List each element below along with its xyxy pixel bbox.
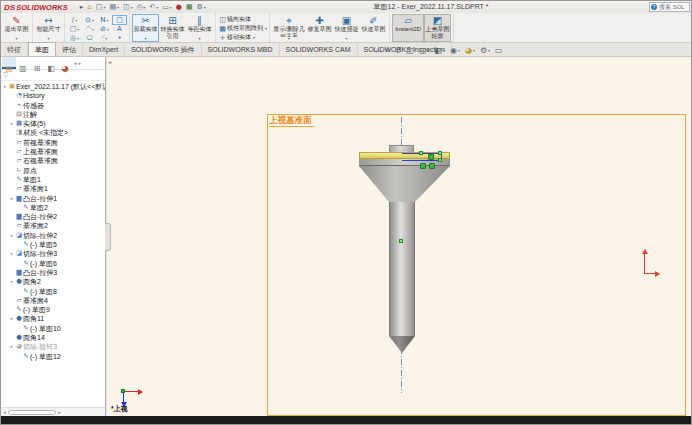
polygon-tool[interactable]: ⎔ — [82, 33, 97, 43]
trim-entities-button[interactable]: ✂剪裁实体▾ — [132, 14, 159, 42]
tree-item[interactable]: ⌖传感器 — [1, 101, 105, 110]
rapid-sketch-button[interactable]: ✐快速草图 — [360, 14, 387, 42]
tree-item[interactable]: ▱基准面2 — [1, 221, 105, 230]
select-icon[interactable]: ▭▾ — [162, 2, 172, 12]
propertymanager-tab[interactable]: ▥ — [16, 57, 30, 69]
sketch-point[interactable] — [399, 239, 403, 243]
tree-item[interactable]: ▆凸台-拉伸2 — [1, 212, 105, 221]
sketch-fillet-tool[interactable]: ◜▾ — [97, 33, 112, 43]
tree-item[interactable]: ∟原点 — [1, 166, 105, 175]
convert-entities-button[interactable]: ⊞转换实体引用 — [159, 14, 186, 42]
scroll-left-icon[interactable]: ◂ — [1, 409, 8, 415]
sketch-relation-badge[interactable] — [429, 163, 435, 169]
tree-item[interactable]: ✎草图2 — [1, 203, 105, 212]
help-icon[interactable]: ? — [651, 4, 657, 10]
flyout-arrow-icon[interactable]: ▸ — [80, 2, 84, 12]
sketch-relation-badge[interactable] — [428, 154, 434, 160]
open-file-icon[interactable]: ▤▾ — [109, 2, 119, 12]
panel-tabs-scroll-right-icon[interactable]: ▸ — [79, 60, 82, 66]
section-view-icon[interactable]: ◫ — [406, 45, 414, 56]
tab-dimxpert[interactable]: DimXpert — [83, 43, 125, 56]
sketch-point[interactable] — [438, 158, 442, 162]
tree-item[interactable]: ◔History — [1, 91, 105, 100]
valve-stem-face[interactable] — [389, 202, 415, 336]
edit-appearance-icon[interactable]: ◕▾ — [465, 45, 475, 56]
panel-splitter-handle[interactable] — [105, 223, 111, 251]
undo-icon[interactable]: ↶▾ — [149, 2, 158, 12]
quick-snaps-button[interactable]: ▣快速捕捉▾ — [333, 14, 360, 42]
sketch-relation-badge[interactable] — [420, 163, 426, 169]
tab-evaluate[interactable]: 评估 — [56, 43, 83, 56]
repair-sketch-button[interactable]: ✚修复草图 — [306, 14, 333, 42]
tree-item[interactable]: ✎(-) 草图6 — [1, 259, 105, 268]
mirror-entities-button[interactable]: ◫镜向实体 — [218, 15, 251, 24]
tree-item[interactable]: ▸▆凸台-拉伸1 — [1, 194, 105, 203]
tree-item[interactable]: ▱前视基准面 — [1, 138, 105, 147]
scrollbar-thumb[interactable] — [8, 410, 56, 415]
featuremanager-tree-tab[interactable]: ▤ — [2, 57, 16, 69]
tree-item[interactable]: ▱上视基准面 — [1, 147, 105, 156]
tree-item[interactable]: ◨材质 <未指定> — [1, 128, 105, 137]
displaymanager-tab[interactable]: ◕ — [58, 57, 72, 69]
point-tool[interactable]: • — [112, 33, 127, 43]
tree-item[interactable]: ▸●圆角2 — [1, 277, 105, 286]
tab-sketch[interactable]: 草图 — [28, 42, 56, 56]
tree-item[interactable]: ▸◪切除-拉伸2 — [1, 231, 105, 240]
options-icon[interactable]: ⚙▾ — [197, 2, 206, 12]
search-input[interactable]: ? 搜索 SOL — [649, 2, 690, 12]
tree-item[interactable]: ●圆角14 — [1, 333, 105, 342]
home-icon[interactable]: ⌂ — [87, 2, 91, 12]
appearance-icon[interactable]: ▦ — [186, 2, 193, 12]
configurationmanager-tab[interactable]: ⊞ — [30, 57, 44, 69]
tree-item[interactable]: ✎(-) 草图8 — [1, 287, 105, 296]
tree-item[interactable]: ▸◕切除-旋转3 — [1, 342, 105, 351]
linear-sketch-pattern-button[interactable]: ▦线性草图阵列▾ — [218, 24, 267, 33]
offset-entities-button[interactable]: ∥等距实体▾ — [186, 14, 213, 42]
tree-item[interactable]: ▱右视基准面 — [1, 156, 105, 165]
comment-icon[interactable]: ▭ — [495, 45, 503, 56]
zoom-to-fit-icon[interactable]: ⌕ — [376, 45, 380, 56]
display-delete-relations-button[interactable]: ⌖显示/删除几何关系▾ — [272, 14, 306, 42]
tree-item[interactable]: ▸▣Exer_2022.11.17 (默认<<默认>_显示状态 — [1, 82, 105, 91]
tab-solidworks-cam[interactable]: SOLIDWORKS CAM — [280, 43, 358, 56]
smart-dimension-button[interactable]: ↔智能尺寸▾ — [35, 14, 62, 42]
graphics-viewport[interactable]: ◂ 上视基准面 *上视 — [107, 57, 691, 416]
rebuild-icon[interactable]: ● — [176, 2, 182, 12]
dimxpertmanager-tab[interactable]: ◧ — [44, 57, 58, 69]
instant2d-button[interactable]: ▱Instant2D — [392, 14, 424, 42]
tree-horizontal-scrollbar[interactable]: ◂ ▸ — [1, 407, 105, 416]
tree-item[interactable]: ▤注解 — [1, 110, 105, 119]
slot-tool[interactable]: ◎▾ — [67, 33, 82, 43]
tab-features[interactable]: 特征 — [1, 43, 28, 56]
scroll-right-icon[interactable]: ▸ — [56, 409, 63, 415]
tree-item[interactable]: ▸▦实体(5) — [1, 119, 105, 128]
sketch-point[interactable] — [438, 151, 442, 155]
tab-solidworks-addins[interactable]: SOLIDWORKS 插件 — [125, 43, 201, 56]
tree-item[interactable]: ▸●圆角11 — [1, 314, 105, 323]
panel-collapse-icon[interactable]: ◂ — [108, 58, 111, 65]
panel-tabs-scroll-left-icon[interactable]: ◂ — [74, 60, 77, 66]
tree-item[interactable]: ✎(-) 草图9 — [1, 305, 105, 314]
tab-solidworks-mbd[interactable]: SOLIDWORKS MBD — [202, 43, 280, 56]
shaded-sketch-contours-button[interactable]: ◩上色草图轮廓 — [424, 14, 451, 42]
tree-item[interactable]: ✎(-) 草图5 — [1, 240, 105, 249]
view-settings-icon[interactable]: ⚙▾ — [480, 45, 490, 56]
tree-item[interactable]: ▸◪切除-拉伸3 — [1, 249, 105, 258]
display-style-icon[interactable]: ◧▾ — [434, 45, 445, 56]
previous-view-icon[interactable]: ↺ — [395, 45, 402, 56]
tree-item[interactable]: ✎草图1 — [1, 175, 105, 184]
print-icon[interactable]: ⎙▾ — [137, 2, 146, 12]
sketch-point[interactable] — [419, 151, 423, 155]
tree-item[interactable]: ✎(-) 草图10 — [1, 324, 105, 333]
tree-item[interactable]: ▱基准面4 — [1, 296, 105, 305]
hide-show-items-icon[interactable]: ◉▾ — [450, 45, 460, 56]
tree-item[interactable]: ▱基准面1 — [1, 184, 105, 193]
zoom-to-area-icon[interactable]: ⌗ — [385, 45, 390, 56]
save-icon[interactable]: ◫▾ — [123, 2, 133, 12]
exit-sketch-button[interactable]: ✎退出草图▾ — [3, 14, 30, 42]
view-orientation-icon[interactable]: ▢▾ — [419, 45, 430, 56]
new-file-icon[interactable]: □▾ — [96, 2, 106, 12]
sketch-line[interactable] — [402, 160, 442, 161]
move-entities-button[interactable]: +移动实体▾ — [218, 33, 255, 42]
tree-item[interactable]: ▆凸台-拉伸3 — [1, 268, 105, 277]
